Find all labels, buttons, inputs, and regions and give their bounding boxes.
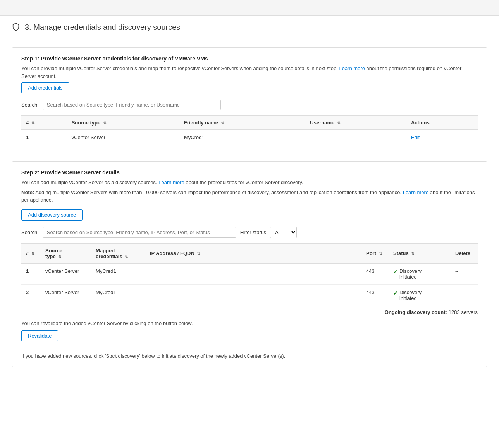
- step2-row2-num: 2: [21, 284, 41, 306]
- step2-col-num: # ⇅: [21, 243, 41, 263]
- step2-row1-port: 443: [361, 263, 389, 284]
- sort-icon-friendly-name: ⇅: [221, 121, 224, 125]
- step2-table: # ⇅ Sourcetype ⇅ Mappedcredentials ⇅ IP …: [21, 243, 478, 306]
- row1-source-type: vCenter Server: [67, 130, 179, 145]
- step2-table-header-row: # ⇅ Sourcetype ⇅ Mappedcredentials ⇅ IP …: [21, 243, 478, 263]
- main-content: Step 1: Provide vCenter Server credentia…: [0, 38, 499, 384]
- step2-col-status: Status ⇅: [389, 243, 451, 263]
- sort-icon-num2: ⇅: [31, 252, 34, 256]
- sort-icon-username: ⇅: [337, 121, 340, 125]
- step2-row1-status: ✔ Discoveryinitiated: [389, 263, 451, 284]
- step2-row1-status-text: Discoveryinitiated: [399, 268, 422, 280]
- step1-col-actions: Actions: [406, 116, 478, 130]
- step2-col-port: Port ⇅: [361, 243, 389, 263]
- step2-search-input[interactable]: [43, 227, 236, 238]
- page-title: 3. Manage credentials and discovery sour…: [25, 23, 180, 32]
- step2-row1-mapped-creds: MyCred1: [91, 263, 145, 284]
- add-credentials-button[interactable]: Add credentials: [21, 82, 69, 93]
- table-row: 1 vCenter Server MyCred1 443 ✔ Discovery…: [21, 263, 478, 284]
- step2-row2-port: 443: [361, 284, 389, 306]
- top-bar: [0, 0, 499, 16]
- sort-icon-source-type2: ⇅: [58, 255, 61, 259]
- step1-learn-more-link[interactable]: Learn more: [339, 65, 365, 71]
- step2-row1-num: 1: [21, 263, 41, 284]
- ongoing-value: 1283 servers: [449, 309, 478, 315]
- sort-icon-port: ⇅: [379, 252, 382, 256]
- table-row: 2 vCenter Server MyCred1 443 ✔ Discovery…: [21, 284, 478, 306]
- step1-col-source-type: Source type ⇅: [67, 116, 179, 130]
- step2-section: Step 2: Provide vCenter Server details Y…: [12, 161, 487, 367]
- step1-search-label: Search:: [21, 102, 39, 108]
- step2-row2-status-cell: ✔ Discoveryinitiated: [393, 289, 446, 301]
- step2-row1-status-cell: ✔ Discoveryinitiated: [393, 268, 446, 280]
- step2-row1-delete: --: [451, 263, 478, 284]
- step1-section: Step 1: Provide vCenter Server credentia…: [12, 47, 487, 153]
- step1-table: # ⇅ Source type ⇅ Friendly name ⇅ Userna…: [21, 115, 478, 145]
- shield-icon: [12, 22, 20, 32]
- revalidate-section: You can revalidate the added vCenter Ser…: [21, 320, 478, 359]
- row1-edit-link[interactable]: Edit: [411, 134, 420, 140]
- step2-row2-status: ✔ Discoveryinitiated: [389, 284, 451, 306]
- sort-icon-mapped-creds: ⇅: [125, 255, 128, 259]
- step2-col-ip: IP Address / FQDN ⇅: [145, 243, 361, 263]
- sort-icon-num: ⇅: [31, 121, 34, 125]
- step2-search-label: Search:: [21, 229, 39, 235]
- step2-row2-ip: [145, 284, 361, 306]
- step1-table-header-row: # ⇅ Source type ⇅ Friendly name ⇅ Userna…: [21, 116, 478, 130]
- table-row: 1 vCenter Server MyCred1 Edit: [21, 130, 478, 145]
- footer-note: If you have added new sources, click 'St…: [21, 353, 478, 359]
- ongoing-label: Ongoing discovery count:: [385, 309, 447, 315]
- row1-friendly-name: MyCred1: [179, 130, 305, 145]
- step2-title: Step 2: Provide vCenter Server details: [21, 169, 478, 176]
- step2-row1-ip: [145, 263, 361, 284]
- check-icon-1: ✔: [393, 269, 398, 275]
- step1-desc: You can provide multiple vCenter Server …: [21, 65, 478, 80]
- page-wrapper: 3. Manage credentials and discovery sour…: [0, 0, 499, 448]
- add-discovery-source-button[interactable]: Add discovery source: [21, 209, 83, 221]
- check-icon-2: ✔: [393, 290, 398, 296]
- step2-filter-label: Filter status: [240, 229, 266, 235]
- sort-icon-source-type: ⇅: [103, 121, 106, 125]
- revalidate-desc: You can revalidate the added vCenter Ser…: [21, 320, 478, 326]
- step2-row1-source-type: vCenter Server: [41, 263, 91, 284]
- row1-actions: Edit: [406, 130, 478, 145]
- step2-row2-source-type: vCenter Server: [41, 284, 91, 306]
- row1-num: 1: [21, 130, 67, 145]
- step2-row2-delete: --: [451, 284, 478, 306]
- step2-note-learn-more-link[interactable]: Learn more: [403, 190, 428, 195]
- sort-icon-ip: ⇅: [197, 252, 200, 256]
- step1-search-row: Search:: [21, 100, 478, 110]
- sort-icon-status: ⇅: [411, 252, 414, 256]
- step1-col-num: # ⇅: [21, 116, 67, 130]
- step2-col-source-type: Sourcetype ⇅: [41, 243, 91, 263]
- step1-col-friendly-name: Friendly name ⇅: [179, 116, 305, 130]
- row1-username: [305, 130, 406, 145]
- step1-title: Step 1: Provide vCenter Server credentia…: [21, 55, 478, 62]
- step2-col-mapped-creds: Mappedcredentials ⇅: [91, 243, 145, 263]
- step2-col-delete: Delete: [451, 243, 478, 263]
- step2-learn-more-link[interactable]: Learn more: [158, 179, 184, 185]
- ongoing-discovery-row: Ongoing discovery count: 1283 servers: [21, 306, 478, 317]
- step2-desc: You can add multiple vCenter Server as a…: [21, 179, 478, 186]
- step1-search-input[interactable]: [43, 100, 221, 110]
- step2-search-filter-row: Search: Filter status All: [21, 227, 478, 238]
- step2-note: Note: Adding multiple vCenter Servers wi…: [21, 189, 478, 204]
- step2-filter-select[interactable]: All: [270, 227, 297, 238]
- step2-row2-mapped-creds: MyCred1: [91, 284, 145, 306]
- revalidate-button[interactable]: Revalidate: [21, 330, 58, 341]
- step2-row2-status-text: Discoveryinitiated: [399, 289, 422, 301]
- step1-col-username: Username ⇅: [305, 116, 406, 130]
- header-section: 3. Manage credentials and discovery sour…: [0, 16, 499, 38]
